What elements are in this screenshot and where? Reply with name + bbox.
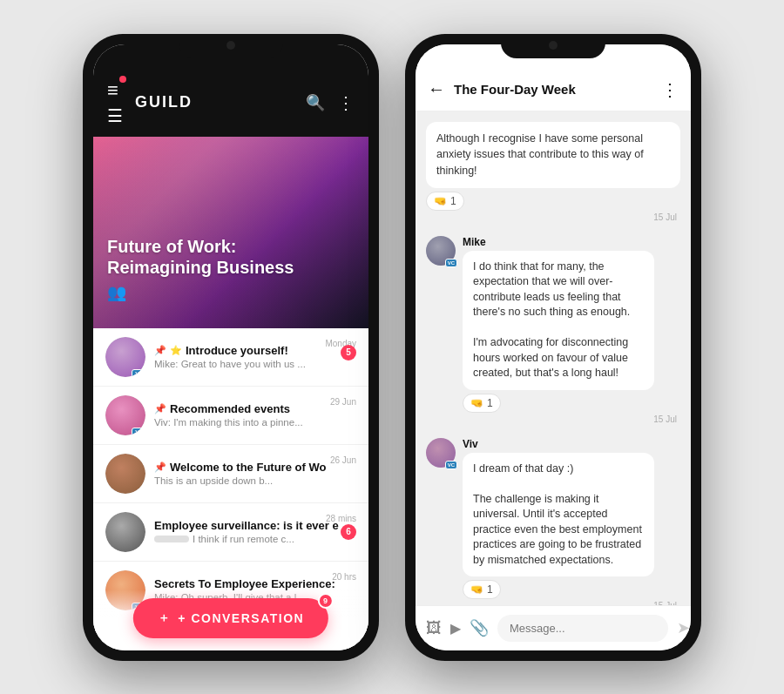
notification-dot <box>119 76 126 83</box>
unread-badge-introduce: 5 <box>341 345 356 360</box>
chat-item-welcome[interactable]: 📌 Welcome to the Future of Wo This is an… <box>93 445 368 503</box>
pin-icon-welcome: 📌 <box>154 462 166 473</box>
avatar-welcome <box>105 454 145 494</box>
reaction-emoji-1: 🤜 <box>434 195 447 207</box>
chat-time-recommended: 29 Jun <box>330 397 356 407</box>
reaction-mike[interactable]: 🤜 1 <box>463 394 501 413</box>
reaction-emoji-mike: 🤜 <box>470 397 483 409</box>
chat-time-welcome: 26 Jun <box>330 455 356 465</box>
chat-item-recommended-events[interactable]: VC 📌 Recommended events Viv: I'm making … <box>93 387 368 445</box>
more-icon[interactable]: ⋮ <box>337 92 355 113</box>
message-text-input[interactable] <box>497 615 668 642</box>
chat-more-icon[interactable]: ⋮ <box>661 79 679 100</box>
back-button[interactable]: ← <box>428 79 445 99</box>
image-icon[interactable]: 🖼 <box>426 619 442 637</box>
message-group-mike: VC Mike I do think that for many, the ex… <box>426 236 680 431</box>
viv-sender-name: Viv <box>463 438 680 450</box>
left-phone: ☰ GUILD 🔍 ⋮ Future of Work:Reimagining B… <box>83 34 379 661</box>
viv-message-content: Viv I dream of that day :) The challenge… <box>463 438 680 600</box>
chat-title-introduce: Introduce yourself! <box>186 344 288 357</box>
message-group-viv: VC Viv I dream of that day :) The challe… <box>426 438 680 605</box>
chat-preview-surveillance: I think if run remote c... <box>154 534 356 544</box>
fab-label: + CONVERSATION <box>178 611 304 625</box>
chat-title-welcome: Welcome to the Future of Wo <box>170 461 326 474</box>
right-phone: ← The Four-Day Week ⋮ Although I recogni… <box>405 34 701 661</box>
reaction-count-mike: 1 <box>487 397 493 409</box>
mike-message-content: Mike I do think that for many, the expec… <box>463 236 680 413</box>
msg-time-mike: 15 Jul <box>426 414 680 424</box>
chat-preview-introduce: Mike: Great to have you with us ... <box>154 359 356 369</box>
video-icon[interactable]: ▶ <box>450 620 461 637</box>
messages-area: Although I recognise I have some persona… <box>416 111 691 605</box>
avatar-surveillance <box>105 512 145 552</box>
pin-icon-rec: 📌 <box>154 403 166 414</box>
plus-icon: ＋ <box>158 610 172 626</box>
star-icon: ⭐ <box>170 345 182 356</box>
chat-time-surveillance: 28 mins <box>326 514 356 523</box>
chat-header-title: The Four-Day Week <box>454 82 652 97</box>
camera-right <box>549 41 558 50</box>
chat-item-introduce-yourself[interactable]: VC 📌 ⭐ Introduce yourself! Mike: Great t… <box>93 328 368 387</box>
msg-time-1: 15 Jul <box>426 212 680 222</box>
chat-preview-welcome: This is an upside down b... <box>154 475 356 486</box>
chat-title-recommended: Recommended events <box>170 402 290 415</box>
mike-sender-name: Mike <box>463 236 680 248</box>
send-icon[interactable]: ➤ <box>677 618 690 637</box>
reaction-count-1: 1 <box>450 195 456 207</box>
reaction-1[interactable]: 🤜 1 <box>426 192 464 211</box>
chat-title-secrets: Secrets To Employee Experience: <box>154 577 335 590</box>
reaction-emoji-viv: 🤜 <box>470 583 483 596</box>
mike-message-bubble: I do think that for many, the expectatio… <box>463 251 654 390</box>
hero-icon: 👥 <box>107 283 294 302</box>
chat-preview-recommended: Viv: I'm making this into a pinne... <box>154 417 356 428</box>
hero-title: Future of Work:Reimagining Business <box>107 236 294 278</box>
chat-item-surveillance[interactable]: Employee surveillance: is it ever e I th… <box>93 503 368 562</box>
chat-title-surveillance: Employee surveillance: is it ever e <box>154 519 339 532</box>
hero-banner: Future of Work:Reimagining Business 👥 <box>93 137 368 328</box>
reaction-count-viv: 1 <box>487 583 493 596</box>
menu-icon[interactable]: ☰ <box>107 79 123 126</box>
message-group-1: Although I recognise I have some persona… <box>426 122 680 229</box>
camera <box>226 41 235 50</box>
chat-time-howwa: 22 hrs <box>332 630 356 640</box>
guild-logo: GUILD <box>135 93 193 111</box>
avatar-recommended: VC <box>105 395 145 435</box>
unread-badge-surveillance: 6 <box>341 524 356 540</box>
attachment-icon[interactable]: 📎 <box>470 618 489 637</box>
new-conversation-button[interactable]: ＋ + CONVERSATION 9 <box>133 598 328 638</box>
search-icon[interactable]: 🔍 <box>306 93 325 112</box>
pin-icon: 📌 <box>154 345 166 356</box>
avatar-introduce: VC <box>105 337 145 377</box>
avatar-mike: VC <box>426 236 456 266</box>
message-bubble-1: Although I recognise I have some persona… <box>426 122 680 188</box>
chat-time-secrets: 20 hrs <box>332 572 356 582</box>
message-input-bar: 🖼 ▶ 📎 ➤ <box>416 605 691 650</box>
viv-message-bubble: I dream of that day :) The challenge is … <box>463 453 654 577</box>
avatar-viv: VC <box>426 438 456 468</box>
reaction-viv[interactable]: 🤜 1 <box>463 580 501 599</box>
